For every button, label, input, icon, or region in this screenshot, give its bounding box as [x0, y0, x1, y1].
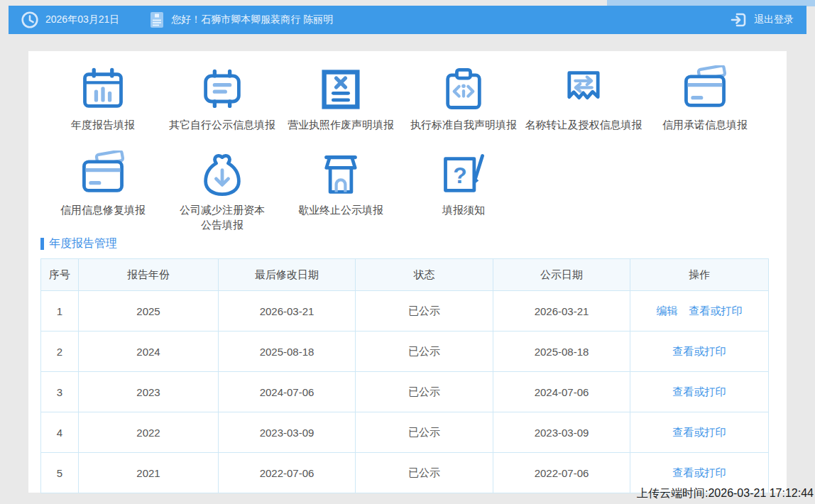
section-title: 年度报告管理 — [49, 236, 117, 251]
cell-no: 3 — [41, 372, 79, 412]
menu-item-business-closure[interactable]: 歇业终止公示填报 — [273, 150, 408, 217]
menu-item-standard-declaration[interactable]: 执行标准自我声明填报 — [396, 65, 531, 132]
money-bag-icon — [198, 150, 246, 199]
credit-card-icon — [681, 65, 729, 114]
upload-timestamp: 上传云端时间:2026-03-21 17:12:44 — [637, 486, 814, 501]
logout-button[interactable]: 退出登录 — [730, 11, 794, 29]
page: 2026年03月21日 您好！石狮市卿本卿服装商行 陈丽明 退出登录 — [0, 0, 815, 504]
menu-item-credit-repair[interactable]: 信用信息修复填报 — [35, 150, 170, 217]
cell-no: 5 — [41, 453, 79, 493]
view-print-link[interactable]: 查看或打印 — [689, 305, 743, 317]
cell-modified: 2022-07-06 — [219, 453, 356, 493]
col-header-modified: 最后修改日期 — [219, 259, 356, 291]
cell-modified: 2025-08-18 — [219, 332, 356, 372]
cell-modified: 2024-07-06 — [219, 372, 356, 412]
menu-item-name-transfer[interactable]: 名称转让及授权信息填报 — [516, 65, 651, 132]
storefront-icon — [317, 150, 365, 199]
question-note-icon: ? — [439, 150, 488, 199]
col-header-actions: 操作 — [630, 259, 769, 291]
annual-report-table: 序号 报告年份 最后修改日期 状态 公示日期 操作 1 2025 2026-03… — [40, 258, 769, 493]
cell-no: 4 — [41, 412, 79, 453]
logout-icon — [730, 11, 748, 29]
section-header: 年度报告管理 — [40, 236, 117, 251]
license-void-icon — [317, 65, 365, 114]
user-greeting: 您好！石狮市卿本卿服装商行 陈丽明 — [171, 13, 333, 26]
menu-label: 公司减少注册资本公告填报 — [176, 202, 268, 232]
menu-label: 其它自行公示信息填报 — [155, 117, 290, 132]
transfer-arrows-icon — [559, 65, 608, 114]
cell-published: 2024-07-06 — [493, 372, 630, 412]
credit-card-icon — [79, 150, 127, 199]
table-row: 2 2024 2025-08-18 已公示 2025-08-18 查看或打印 — [41, 332, 769, 372]
cell-year: 2025 — [79, 291, 219, 332]
table-header-row: 序号 报告年份 最后修改日期 状态 公示日期 操作 — [41, 259, 769, 291]
menu-label: 信用信息修复填报 — [35, 202, 170, 217]
cell-status: 已公示 — [356, 291, 493, 332]
current-date: 2026年03月21日 — [45, 13, 119, 26]
cell-status: 已公示 — [356, 332, 493, 372]
menu-label: 名称转让及授权信息填报 — [516, 117, 651, 132]
col-header-year: 报告年份 — [79, 259, 219, 291]
cell-published: 2026-03-21 — [493, 291, 630, 332]
table-row: 4 2022 2023-03-09 已公示 2023-03-09 查看或打印 — [41, 412, 769, 453]
menu-label: 信用承诺信息填报 — [638, 117, 772, 132]
id-card-icon — [149, 11, 165, 29]
col-header-status: 状态 — [356, 259, 493, 291]
view-print-link[interactable]: 查看或打印 — [673, 426, 726, 438]
cell-no: 1 — [41, 291, 79, 332]
table-row: 3 2023 2024-07-06 已公示 2024-07-06 查看或打印 — [41, 372, 769, 412]
col-header-no: 序号 — [41, 259, 79, 291]
section-marker — [40, 238, 44, 250]
logout-label: 退出登录 — [754, 13, 794, 26]
bulletin-board-icon — [198, 65, 246, 114]
cell-modified: 2023-03-09 — [219, 412, 356, 453]
menu-item-other-disclosure[interactable]: 其它自行公示信息填报 — [155, 65, 290, 132]
menu-label: 填报须知 — [396, 202, 531, 217]
menu-label: 年度报告填报 — [35, 117, 170, 132]
menu-label: 营业执照作废声明填报 — [273, 117, 408, 132]
date-group: 2026年03月21日 — [21, 11, 119, 29]
cell-actions: 查看或打印 — [630, 332, 769, 372]
calendar-report-icon — [79, 65, 127, 114]
menu-item-filing-instructions[interactable]: ? 填报须知 — [396, 150, 531, 217]
view-print-link[interactable]: 查看或打印 — [673, 345, 726, 357]
menu-item-license-void[interactable]: 营业执照作废声明填报 — [273, 65, 408, 132]
cell-year: 2021 — [79, 453, 219, 493]
menu-label: 执行标准自我声明填报 — [396, 117, 531, 132]
cell-actions: 编辑 查看或打印 — [630, 291, 769, 332]
cell-no: 2 — [41, 332, 79, 372]
view-print-link[interactable]: 查看或打印 — [673, 385, 726, 398]
cell-actions: 查看或打印 — [630, 372, 769, 412]
table-row: 1 2025 2026-03-21 已公示 2026-03-21 编辑 查看或打… — [41, 291, 769, 332]
cell-year: 2022 — [79, 412, 219, 453]
cell-published: 2022-07-06 — [493, 453, 630, 493]
cell-published: 2023-03-09 — [493, 412, 630, 453]
clipboard-code-icon — [439, 65, 488, 114]
view-print-link[interactable]: 查看或打印 — [673, 466, 726, 478]
menu-item-credit-commitment[interactable]: 信用承诺信息填报 — [638, 65, 772, 132]
cell-year: 2024 — [79, 332, 219, 372]
cell-status: 已公示 — [356, 412, 493, 453]
greeting-group: 您好！石狮市卿本卿服装商行 陈丽明 — [149, 11, 333, 29]
menu-label: 歇业终止公示填报 — [273, 202, 408, 217]
svg-text:?: ? — [453, 163, 466, 188]
cell-published: 2025-08-18 — [493, 332, 630, 372]
cell-status: 已公示 — [356, 372, 493, 412]
cell-actions: 查看或打印 — [630, 412, 769, 453]
edit-link[interactable]: 编辑 — [656, 305, 677, 317]
topbar: 2026年03月21日 您好！石狮市卿本卿服装商行 陈丽明 退出登录 — [9, 6, 806, 34]
col-header-published: 公示日期 — [493, 259, 630, 291]
content-card: 年度报告填报 其它自行公示信息填报 营业执照作废声明填报 — [28, 51, 787, 493]
menu-item-capital-reduction[interactable]: 公司减少注册资本公告填报 — [176, 150, 268, 232]
cell-status: 已公示 — [356, 453, 493, 493]
cell-year: 2023 — [79, 372, 219, 412]
menu-item-annual-report[interactable]: 年度报告填报 — [35, 65, 170, 132]
cell-modified: 2026-03-21 — [219, 291, 356, 332]
clock-icon — [21, 11, 39, 29]
